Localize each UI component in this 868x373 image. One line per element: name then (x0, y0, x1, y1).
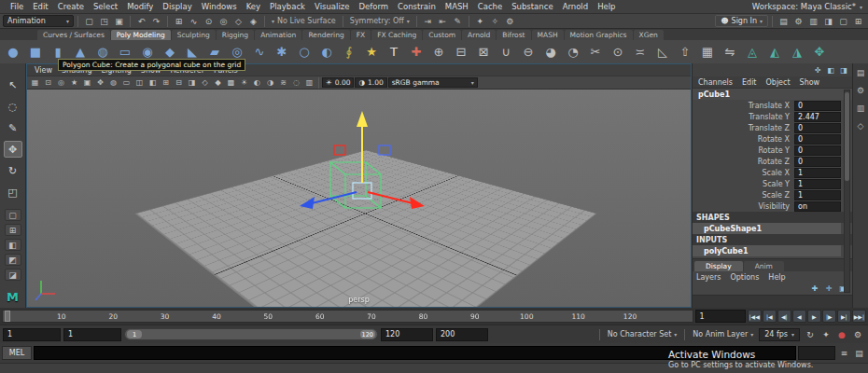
isolate-select-icon[interactable]: ◌ (290, 76, 302, 89)
yz-plane-handle[interactable] (334, 145, 345, 155)
render-current-frame-icon[interactable]: ✦ (473, 14, 487, 28)
shaded-icon[interactable]: ◆ (212, 76, 224, 89)
channel-label[interactable]: Translate Y (693, 113, 794, 121)
paint-select-tool[interactable]: ✎ (4, 119, 22, 136)
menu-substance[interactable]: Substance (507, 2, 557, 11)
field-chart-icon[interactable]: ⊞ (160, 76, 172, 89)
channel-menu-object[interactable]: Object (763, 78, 794, 87)
boolean-difference-icon[interactable]: ⊖ (518, 42, 539, 62)
lighting-icon[interactable]: ☀ (238, 76, 250, 89)
screen-space-ao-icon[interactable]: ◑ (264, 76, 276, 89)
poly-cube-icon[interactable]: ■ (25, 42, 46, 62)
panel-menu-view[interactable]: View (30, 66, 57, 75)
shelf-tab-sculpting[interactable]: Sculpting (172, 30, 216, 40)
current-frame-marker[interactable] (5, 311, 10, 322)
snap-to-curve-icon[interactable]: ∿ (187, 14, 201, 28)
render-settings-icon[interactable]: ⚙ (503, 14, 517, 28)
snap-to-projected-center-icon[interactable]: ◎ (217, 14, 231, 28)
select-camera-icon[interactable]: ▦ (29, 76, 41, 89)
animation-end-field[interactable]: 200 (436, 328, 488, 341)
channel-box-toggle-icon[interactable]: ◨ (821, 14, 835, 28)
x-axis-arrowhead[interactable] (410, 197, 425, 209)
open-scene-icon[interactable]: ◳ (97, 14, 111, 28)
resolution-gate-icon[interactable]: ◫ (133, 76, 146, 89)
extract-icon[interactable]: ⊠ (473, 42, 494, 62)
smooth-sculpt-icon[interactable]: ◭ (764, 42, 785, 62)
shelf-tab-motion-graphics[interactable]: Motion Graphics (565, 30, 633, 40)
move-manipulator[interactable] (259, 92, 465, 269)
type-tool-icon[interactable]: T (384, 42, 404, 62)
menu-windows[interactable]: Windows (197, 2, 242, 11)
hypershade-layout-button[interactable]: ◪ (5, 269, 21, 281)
poly-soccer-ball-icon[interactable]: ○ (294, 42, 315, 62)
channel-box-scrollbar[interactable] (844, 90, 850, 293)
xray-icon[interactable]: ▥ (303, 76, 315, 89)
persp-outliner-layout-button[interactable]: ◧ (5, 239, 21, 251)
exposure-field[interactable]: ☀ 0.00 (322, 77, 354, 88)
snap-to-point-icon[interactable]: ⊙ (202, 14, 216, 28)
channel-menu-channels[interactable]: Channels (694, 78, 736, 87)
menu-set-selector[interactable]: Animation ▾ (3, 15, 74, 27)
workspace-selector[interactable]: Workspace: Maya Classic* ▾ (752, 2, 862, 11)
channel-box-mode-icon[interactable]: ◧ (825, 64, 836, 76)
menu-file[interactable]: File (6, 2, 28, 11)
playback-end-field[interactable]: 120 (381, 328, 433, 341)
redo-icon[interactable]: ↷ (149, 14, 163, 28)
shelf-tab-bifrost[interactable]: Bifrost (497, 30, 530, 40)
layer-list[interactable] (693, 295, 852, 308)
rotate-tool[interactable]: ↻ (4, 162, 22, 179)
channel-label[interactable]: Rotate Y (693, 146, 794, 155)
input-node-name[interactable]: polyCube1 (693, 245, 841, 256)
menu-arnold[interactable]: Arnold (558, 2, 594, 11)
motion-blur-icon[interactable]: ≋ (277, 76, 289, 89)
shelf-tab-animation[interactable]: Animation (255, 30, 301, 40)
film-gate-icon[interactable]: ▭ (120, 76, 133, 89)
sweep-mesh-icon[interactable]: ∮ (339, 42, 359, 62)
boolean-union-icon[interactable]: ∪ (496, 42, 516, 62)
bookmark-icon[interactable]: ★ (68, 76, 80, 89)
shelf-tab-rendering[interactable]: Rendering (302, 30, 349, 40)
undo-icon[interactable]: ↶ (134, 14, 148, 28)
layer-menu-options[interactable]: Options (726, 273, 763, 282)
layer-menu-layers[interactable]: Layers (693, 273, 724, 282)
persp-graph-layout-button[interactable]: ◩ (5, 254, 21, 266)
gamma-field[interactable]: ◑ 1.00 (355, 77, 386, 88)
svg-tool-icon[interactable]: ✚ (406, 42, 427, 62)
single-pane-icon[interactable]: ▢ (836, 14, 850, 28)
go-to-start-button[interactable]: |◀◀ (748, 310, 762, 323)
construction-history-icon[interactable]: ✎ (451, 14, 465, 28)
live-surface-indicator[interactable]: ▾ No Live Surface (269, 17, 339, 25)
target-weld-icon[interactable]: ⊙ (608, 42, 628, 62)
tool-settings-toggle-icon[interactable]: ⚙ (791, 14, 805, 28)
channel-value-field[interactable]: on (794, 201, 841, 212)
x-axis-handle[interactable] (368, 192, 413, 203)
set-key-icon[interactable]: ✦ (819, 327, 833, 341)
menu-mash[interactable]: MASH (441, 2, 473, 11)
channel-value-field[interactable]: 2.447 (794, 112, 841, 122)
channel-box-tab-icon[interactable]: ▥ (857, 104, 865, 113)
make-live-icon[interactable]: ◈ (246, 14, 260, 28)
command-output-icon[interactable]: ≡ (837, 346, 851, 360)
shelf-tab-custom[interactable]: Custom (423, 30, 461, 40)
scale-tool[interactable]: ◰ (4, 184, 22, 200)
step-back-frame-button[interactable]: ◀| (777, 310, 791, 323)
new-scene-icon[interactable]: ▢ (82, 14, 96, 28)
menu-edit[interactable]: Edit (28, 2, 52, 11)
snap-to-grid-icon[interactable]: ⊞ (172, 14, 186, 28)
script-editor-icon[interactable]: ▤ (852, 346, 866, 360)
four-pane-layout-button[interactable]: ⊞ (5, 224, 21, 236)
menu-modify[interactable]: Modify (122, 2, 158, 11)
new-empty-layer-icon[interactable]: ✚ (809, 283, 820, 295)
current-frame-field[interactable]: 1 (695, 310, 746, 323)
attribute-editor-tab-icon[interactable]: ▤ (857, 68, 865, 77)
multi-cut-icon[interactable]: ✂ (585, 42, 606, 62)
shelf-tab-xgen[interactable]: XGen (634, 30, 664, 40)
channel-value-field[interactable]: 1 (794, 179, 841, 189)
shelf-tab-rigging[interactable]: Rigging (217, 30, 254, 40)
menu-display[interactable]: Display (158, 2, 196, 11)
channel-label[interactable]: Scale Y (693, 180, 794, 188)
poly-sphere-icon[interactable]: ● (3, 42, 23, 62)
selected-node-name[interactable]: pCube1 (693, 89, 852, 100)
lock-camera-icon[interactable]: ⊡ (42, 76, 54, 89)
channel-label[interactable]: Translate X (693, 102, 794, 110)
